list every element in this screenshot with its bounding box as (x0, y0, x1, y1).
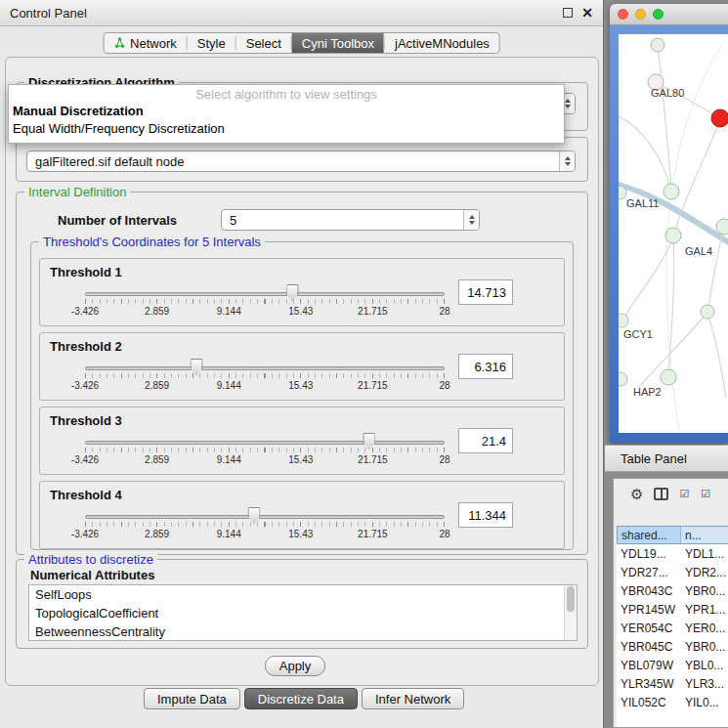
numerical-attributes-label: Numerical Attributes (30, 568, 154, 582)
table-cell[interactable]: YBR0... (681, 584, 728, 598)
column-header-shared-name[interactable]: shared... (617, 526, 681, 544)
threshold-slider[interactable]: -3.4262.8599.14415.4321.71528 (85, 431, 445, 472)
table-cell[interactable]: YBR043C (617, 584, 681, 598)
network-node[interactable] (651, 38, 664, 52)
slider-scale: -3.4262.8599.14415.4321.71528 (85, 454, 445, 466)
network-icon (113, 37, 125, 49)
network-node[interactable] (619, 372, 627, 386)
network-node[interactable] (619, 314, 628, 327)
network-node[interactable] (716, 219, 728, 235)
threshold-value-field[interactable]: 11.344 (458, 502, 513, 528)
table-toolbar: ⚙ ☑ ☑ (614, 479, 728, 508)
table-data-select[interactable]: galFiltered.sif default node (26, 150, 576, 172)
threshold-slider[interactable]: -3.4262.8599.14415.4321.71528 (85, 282, 445, 323)
dropdown-option-manual-discretization[interactable]: Manual Discretization (9, 103, 564, 120)
threshold-label: Threshold 1 (50, 265, 122, 279)
tab-select[interactable]: Select (236, 33, 291, 53)
table-cell[interactable]: YBR0... (681, 640, 728, 654)
table-panel-window: ⚙ ☑ ☑ shared... n... YDL19...YDL1...YDR2… (613, 478, 728, 728)
scrollbar[interactable] (564, 585, 577, 640)
network-node[interactable] (665, 228, 681, 243)
checkbox-icon[interactable]: ☑ (701, 489, 711, 499)
zoom-traffic-light-icon[interactable] (653, 9, 664, 20)
network-svg: GAL80GAL11GAL4GCY1HAP2 (619, 34, 728, 431)
scale-label: 28 (439, 529, 450, 539)
minimize-traffic-light-icon[interactable] (635, 9, 646, 20)
slider-track[interactable] (85, 366, 445, 370)
table-row[interactable]: YBR045CYBR0... (617, 637, 728, 656)
slider-ticks (85, 448, 445, 452)
table-row[interactable]: YLR345WYLR3... (617, 674, 728, 693)
tab-style[interactable]: Style (188, 33, 236, 53)
table-cell[interactable]: YIL0... (681, 696, 728, 709)
tab-jactivemnodules[interactable]: jActiveMNodules (385, 33, 499, 53)
network-node[interactable] (711, 109, 728, 127)
tab-cyni-toolbox[interactable]: Cyni Toolbox (292, 33, 384, 53)
group-title-attributes: Attributes to discretize (24, 552, 157, 567)
table-cell[interactable]: YDR2... (681, 566, 728, 579)
slider-track[interactable] (85, 515, 445, 519)
table-row[interactable]: YBL079WYBL0... (617, 656, 728, 674)
network-window-frame: GAL80GAL11GAL4GCY1HAP2 (610, 25, 728, 443)
threshold-panel: Threshold 3 -3.4262.8599.14415.4321.7152… (39, 407, 565, 475)
table-cell[interactable]: YBR045C (617, 640, 681, 654)
threshold-panel: Threshold 4 -3.4262.8599.14415.4321.7152… (39, 481, 565, 549)
threshold-panel: Threshold 2 -3.4262.8599.14415.4321.7152… (39, 332, 565, 401)
attribute-item[interactable]: TopologicalCoefficient (29, 604, 577, 622)
table-cell[interactable]: YLR3... (681, 677, 728, 691)
column-header-name[interactable]: n... (681, 526, 728, 544)
table-row[interactable]: YBR043CYBR0... (617, 581, 728, 600)
network-node-label: GCY1 (623, 328, 653, 340)
table-cell[interactable]: YDL19... (617, 547, 681, 561)
table-cell[interactable]: YPR1... (681, 603, 728, 617)
network-canvas[interactable]: GAL80GAL11GAL4GCY1HAP2 (619, 34, 728, 433)
scale-label: 2.859 (145, 454, 169, 465)
table-cell[interactable]: YDR27... (617, 566, 681, 579)
table-row[interactable]: YDL19...YDL1... (617, 544, 728, 563)
table-panel-title: Table Panel (621, 451, 687, 466)
tab-infer-network[interactable]: Infer Network (362, 688, 464, 709)
scale-label: 15.43 (288, 529, 313, 539)
number-of-intervals-select[interactable]: 5 (221, 209, 480, 231)
tab-impute-data[interactable]: Impute Data (144, 688, 240, 709)
table-cell[interactable]: YER0... (681, 621, 728, 635)
table-cell[interactable]: YER054C (617, 621, 681, 635)
attribute-item[interactable]: BetweennessCentrality (29, 622, 577, 641)
table-cell[interactable]: YDL1... (681, 547, 728, 561)
table-row[interactable]: YDR27...YDR2... (617, 563, 728, 581)
table-cell[interactable]: YLR345W (617, 677, 681, 691)
attribute-item[interactable]: SelfLoops (29, 585, 577, 604)
gear-icon[interactable]: ⚙ (630, 487, 643, 501)
threshold-value-field[interactable]: 6.316 (458, 354, 513, 379)
threshold-value-field[interactable]: 21.4 (458, 428, 513, 453)
scale-label: -3.426 (71, 529, 99, 539)
numerical-attributes-list[interactable]: SelfLoopsTopologicalCoefficientBetweenne… (28, 584, 578, 641)
float-window-icon[interactable] (563, 8, 573, 18)
checkbox-icon[interactable]: ☑ (679, 489, 690, 499)
network-node[interactable] (661, 369, 676, 385)
threshold-slider[interactable]: -3.4262.8599.14415.4321.71528 (85, 357, 445, 398)
table-cell[interactable]: YIL052C (617, 696, 681, 709)
tab-network[interactable]: Network (104, 33, 187, 53)
slider-track[interactable] (85, 292, 445, 296)
table-cell[interactable]: YBL079W (617, 659, 681, 672)
dropdown-option-equal-width[interactable]: Equal Width/Frequency Discretization (9, 120, 564, 138)
table-cell[interactable]: YBL0... (681, 659, 728, 672)
scale-label: -3.426 (71, 380, 99, 391)
table-row[interactable]: YPR145WYPR1... (617, 600, 728, 619)
table-row[interactable]: YIL052CYIL0... (617, 693, 728, 711)
table-cell[interactable]: YPR145W (617, 603, 681, 617)
slider-track[interactable] (85, 441, 445, 445)
table-row[interactable]: YER054CYER0... (617, 619, 728, 637)
network-node[interactable] (701, 305, 714, 319)
close-traffic-light-icon[interactable] (618, 9, 628, 20)
threshold-slider[interactable]: -3.4262.8599.14415.4321.71528 (85, 505, 445, 546)
threshold-value-field[interactable]: 14.713 (458, 279, 513, 305)
control-panel: Control Panel ✕ Network Style Select Cyn… (0, 0, 604, 728)
apply-button[interactable]: Apply (265, 656, 325, 676)
tab-discretize-data[interactable]: Discretize Data (244, 688, 358, 709)
columns-icon[interactable] (654, 488, 668, 500)
scrollbar-thumb[interactable] (567, 586, 575, 612)
network-node[interactable] (664, 184, 679, 199)
close-icon[interactable]: ✕ (581, 6, 593, 20)
